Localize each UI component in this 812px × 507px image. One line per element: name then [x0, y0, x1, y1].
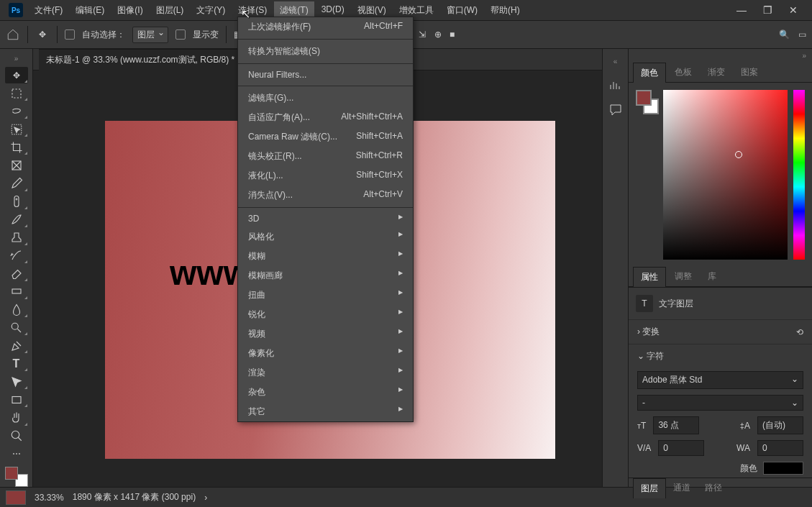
- strip-collapse[interactable]: «: [611, 55, 621, 68]
- prop-tabs-tab[interactable]: 属性: [633, 267, 666, 287]
- eraser-tool[interactable]: [5, 265, 28, 282]
- gradient-tool[interactable]: [5, 283, 28, 300]
- hand-tool[interactable]: [5, 409, 28, 426]
- stamp-tool[interactable]: [5, 229, 28, 246]
- dodge-tool[interactable]: [5, 319, 28, 336]
- filter-menu-item[interactable]: 锐化: [238, 305, 413, 324]
- menu-10[interactable]: 窗口(W): [441, 1, 483, 19]
- font-style-dropdown[interactable]: -: [637, 395, 803, 411]
- prop-tabs-tab[interactable]: 库: [701, 267, 724, 286]
- toolbox: » ✥ T ⋯: [0, 49, 33, 487]
- object-select-tool[interactable]: [5, 121, 28, 137]
- move-tool-icon[interactable]: ✥: [35, 27, 50, 42]
- menu-11[interactable]: 帮助(H): [485, 1, 526, 19]
- filter-menu-item[interactable]: 消失点(V)...Alt+Ctrl+V: [238, 186, 413, 205]
- home-icon[interactable]: [6, 27, 20, 42]
- filter-menu-item[interactable]: 3D: [238, 210, 413, 227]
- tracking-input[interactable]: 0: [658, 440, 704, 456]
- histogram-icon[interactable]: [608, 78, 623, 93]
- character-section[interactable]: ⌄ 字符: [629, 344, 812, 368]
- eyedropper-tool[interactable]: [5, 175, 28, 191]
- filter-menu-item[interactable]: 镜头校正(R)...Shift+Ctrl+R: [238, 147, 413, 166]
- prop-tabs-tab[interactable]: 调整: [667, 267, 699, 286]
- color-tabs-tab[interactable]: 颜色: [633, 63, 666, 83]
- color-tabs-tab[interactable]: 渐变: [701, 63, 732, 82]
- text-color-swatch[interactable]: [763, 462, 803, 475]
- svg-point-5: [12, 323, 18, 329]
- toolbox-collapse[interactable]: »: [12, 52, 22, 65]
- target-dropdown[interactable]: 图层: [132, 27, 168, 43]
- filter-menu-item[interactable]: Neural Filters...: [238, 66, 413, 83]
- kerning-input[interactable]: 0: [757, 440, 803, 456]
- doc-info-arrow[interactable]: ›: [204, 493, 207, 503]
- filter-menu-item[interactable]: 渲染: [238, 363, 413, 383]
- transform-section[interactable]: › 变换⟲: [629, 319, 812, 344]
- frame-tool[interactable]: [5, 157, 28, 173]
- layer-tabs-tab[interactable]: 通道: [666, 478, 698, 498]
- svg-rect-3: [14, 196, 19, 207]
- comments-icon[interactable]: [608, 103, 623, 117]
- path-select-tool[interactable]: [5, 373, 28, 390]
- color-swatches[interactable]: [636, 90, 657, 260]
- minimize-button[interactable]: —: [731, 4, 752, 16]
- svg-rect-4: [12, 289, 21, 293]
- color-panel: [629, 83, 812, 267]
- panels-collapse[interactable]: »: [629, 49, 812, 63]
- filter-menu-item[interactable]: 液化(L)...Shift+Ctrl+X: [238, 166, 413, 186]
- filter-menu-item[interactable]: 转换为智能滤镜(S): [238, 42, 413, 61]
- menu-4[interactable]: 文字(Y): [191, 1, 231, 19]
- show-transform-checkbox[interactable]: [175, 29, 186, 40]
- search-icon[interactable]: 🔍: [779, 29, 790, 40]
- font-family-dropdown[interactable]: Adobe 黑体 Std: [637, 371, 803, 389]
- filter-menu-item[interactable]: 风格化: [238, 227, 413, 247]
- hue-slider[interactable]: [793, 90, 805, 260]
- leading-input[interactable]: (自动): [757, 416, 803, 434]
- menu-1[interactable]: 编辑(E): [70, 1, 110, 19]
- maximize-button[interactable]: ❐: [757, 4, 777, 16]
- svg-rect-0: [12, 89, 21, 98]
- foreground-background-colors[interactable]: [5, 467, 28, 487]
- filter-menu: 上次滤镜操作(F)Alt+Ctrl+F转换为智能滤镜(S)Neural Filt…: [237, 17, 414, 422]
- pen-tool[interactable]: [5, 337, 28, 354]
- crop-tool[interactable]: [5, 139, 28, 155]
- rectangle-tool[interactable]: [5, 391, 28, 408]
- filter-menu-item[interactable]: Camera Raw 滤镜(C)...Shift+Ctrl+A: [238, 127, 413, 147]
- lasso-tool[interactable]: [5, 103, 28, 119]
- zoom-level[interactable]: 33.33%: [35, 493, 64, 503]
- menu-0[interactable]: 文件(F): [29, 1, 68, 19]
- layer-tabs-tab[interactable]: 路径: [698, 478, 729, 498]
- filter-menu-item[interactable]: 模糊画廊: [238, 266, 413, 286]
- filter-menu-item[interactable]: 其它: [238, 402, 413, 421]
- menu-2[interactable]: 图像(I): [111, 1, 148, 19]
- color-tabs-tab[interactable]: 色板: [667, 63, 699, 82]
- auto-select-label: 自动选择：: [82, 29, 125, 41]
- filter-menu-item[interactable]: 滤镜库(G)...: [238, 88, 413, 108]
- zoom-tool[interactable]: [5, 428, 28, 444]
- move-tool[interactable]: ✥: [5, 67, 28, 83]
- filter-menu-item[interactable]: 像素化: [238, 344, 413, 363]
- filter-menu-item[interactable]: 模糊: [238, 247, 413, 266]
- marquee-tool[interactable]: [5, 85, 28, 101]
- properties-title: 文字图层: [659, 298, 693, 310]
- workspace-icon[interactable]: ▭: [798, 29, 806, 40]
- font-size-input[interactable]: 36 点: [653, 416, 699, 434]
- filter-menu-item[interactable]: 杂色: [238, 383, 413, 402]
- color-tabs-tab[interactable]: 图案: [734, 63, 765, 82]
- layer-tabs-tab[interactable]: 图层: [633, 478, 666, 498]
- filter-menu-item[interactable]: 视频: [238, 324, 413, 344]
- type-tool[interactable]: T: [5, 355, 28, 372]
- filter-menu-item[interactable]: 扭曲: [238, 286, 413, 305]
- edit-toolbar[interactable]: ⋯: [5, 446, 28, 462]
- history-brush-tool[interactable]: [5, 247, 28, 264]
- status-color-swatch[interactable]: [6, 490, 26, 505]
- kerning-icon: WA: [736, 443, 750, 453]
- brush-tool[interactable]: [5, 211, 28, 228]
- filter-menu-item[interactable]: 自适应广角(A)...Alt+Shift+Ctrl+A: [238, 108, 413, 127]
- healing-tool[interactable]: [5, 193, 28, 210]
- auto-select-checkbox[interactable]: [65, 29, 75, 40]
- blur-tool[interactable]: [5, 301, 28, 318]
- color-field[interactable]: [663, 90, 788, 260]
- document-tab[interactable]: 未标题-1 @ 33.3% (www.uzzf.com测试, RGB/8) *: [39, 49, 242, 70]
- menu-3[interactable]: 图层(L): [150, 1, 190, 19]
- close-button[interactable]: ✕: [783, 4, 803, 16]
